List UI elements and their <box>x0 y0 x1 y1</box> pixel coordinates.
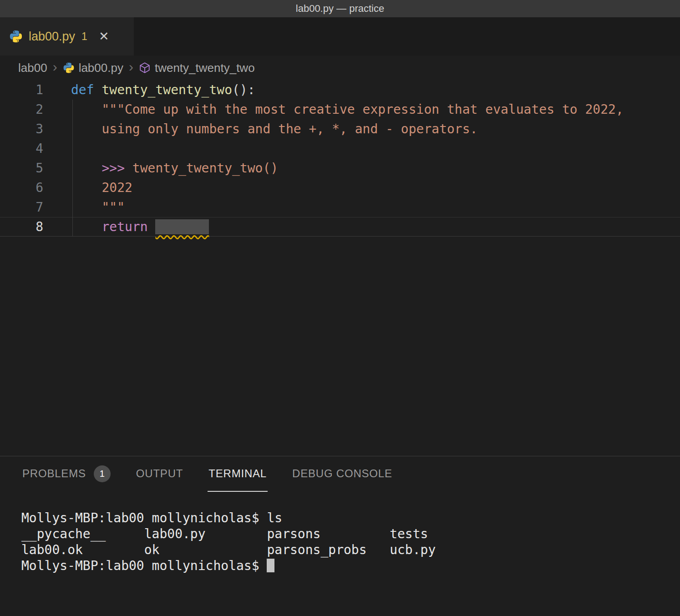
panel-tab-label: DEBUG CONSOLE <box>292 467 392 480</box>
panel-tab-debug-console[interactable]: DEBUG CONSOLE <box>291 456 393 492</box>
code-line[interactable]: 5 >>> twenty_twenty_two() <box>0 158 680 178</box>
bottom-panel: PROBLEMS1OUTPUTTERMINALDEBUG CONSOLE Mol… <box>0 456 680 616</box>
line-number: 6 <box>0 178 71 197</box>
chevron-right-icon: › <box>127 59 135 77</box>
line-number: 1 <box>0 80 71 100</box>
panel-tab-label: TERMINAL <box>208 467 267 480</box>
code-line[interactable]: 4 <box>0 139 680 158</box>
panel-tab-output[interactable]: OUTPUT <box>135 456 184 492</box>
line-number: 8 <box>0 217 71 237</box>
panel-tabs: PROBLEMS1OUTPUTTERMINALDEBUG CONSOLE <box>0 456 680 493</box>
code-text: >>> twenty_twenty_two() <box>71 158 278 178</box>
code-line[interactable]: 2 """Come up with the most creative expr… <box>0 100 680 119</box>
code-text: using only numbers and the +, *, and - o… <box>71 119 477 139</box>
terminal-cursor <box>267 559 274 572</box>
code-text: def twenty_twenty_two(): <box>71 80 255 100</box>
terminal-line: Mollys-MBP:lab00 mollynicholas$ ls <box>21 510 680 526</box>
panel-tab-problems[interactable]: PROBLEMS1 <box>21 456 112 492</box>
tab-problems-badge: 1 <box>81 30 87 43</box>
line-number: 2 <box>0 100 71 119</box>
code-line[interactable]: 6 2022 <box>0 178 680 197</box>
line-number: 5 <box>0 158 71 178</box>
code-line[interactable]: 8 return <box>0 217 680 237</box>
breadcrumb-folder[interactable]: lab00 <box>18 61 47 75</box>
python-icon <box>9 30 23 43</box>
line-number: 3 <box>0 119 71 139</box>
code-text: """ <box>71 197 125 217</box>
line-number: 4 <box>0 139 71 158</box>
terminal-line: lab00.ok ok parsons_probs ucb.py <box>21 542 680 558</box>
close-icon[interactable]: ✕ <box>99 29 109 44</box>
problems-count-badge: 1 <box>94 465 111 482</box>
symbol-cube-icon <box>139 62 151 74</box>
error-squiggle-box <box>155 219 209 234</box>
tab-lab00py[interactable]: lab00.py 1 ✕ <box>0 17 134 56</box>
indent-guide <box>72 100 73 237</box>
code-lines: 1def twenty_twenty_two():2 """Come up wi… <box>0 80 680 237</box>
tab-bar: lab00.py 1 ✕ <box>0 17 680 56</box>
breadcrumb-file[interactable]: lab00.py <box>79 61 123 75</box>
panel-tab-label: OUTPUT <box>136 467 183 480</box>
breadcrumb-symbol[interactable]: twenty_twenty_two <box>155 61 255 75</box>
terminal-line: __pycache__ lab00.py parsons tests <box>21 526 680 542</box>
breadcrumb: lab00 › lab00.py › twenty_twenty_two <box>0 56 680 80</box>
python-icon <box>63 62 75 74</box>
panel-tab-label: PROBLEMS <box>22 467 86 480</box>
line-number: 7 <box>0 197 71 217</box>
terminal-output[interactable]: Mollys-MBP:lab00 mollynicholas$ ls__pyca… <box>0 493 680 574</box>
window-title: lab00.py — practice <box>296 3 384 15</box>
terminal-line: Mollys-MBP:lab00 mollynicholas$ <box>21 558 680 574</box>
code-text: 2022 <box>71 178 132 197</box>
code-line[interactable]: 7 """ <box>0 197 680 217</box>
chevron-right-icon: › <box>51 59 59 77</box>
code-line[interactable]: 3 using only numbers and the +, *, and -… <box>0 119 680 139</box>
code-editor[interactable]: 1def twenty_twenty_two():2 """Come up wi… <box>0 80 680 456</box>
panel-tab-terminal[interactable]: TERMINAL <box>208 456 268 492</box>
title-bar: lab00.py — practice <box>0 0 680 17</box>
code-line[interactable]: 1def twenty_twenty_two(): <box>0 80 680 100</box>
tab-label: lab00.py <box>29 30 75 44</box>
code-text: return <box>71 217 209 237</box>
code-text: """Come up with the most creative expres… <box>71 100 624 119</box>
